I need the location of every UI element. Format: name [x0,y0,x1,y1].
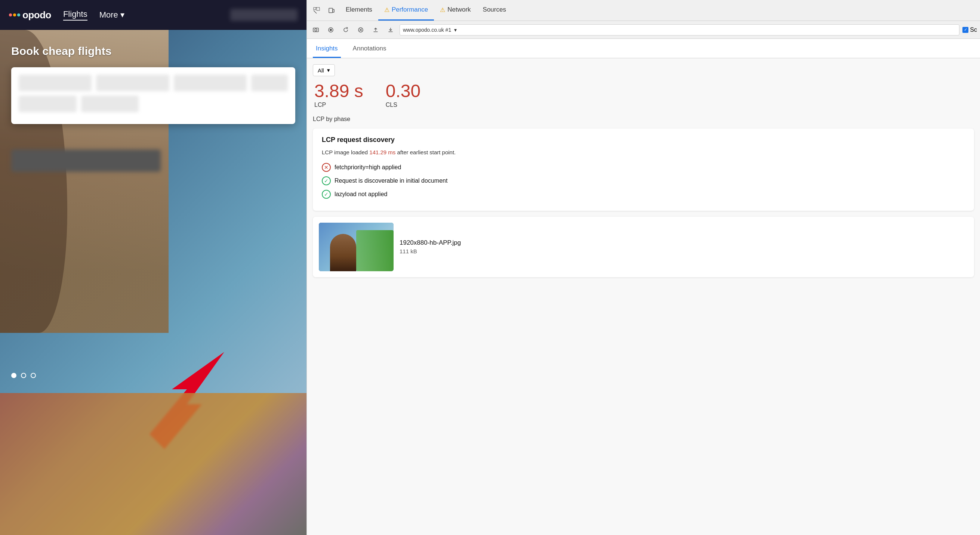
devtools-tabs: Elements ⚠ Performance ⚠ Network Sources [340,0,512,21]
lcp-highlight-ms: 141.29 ms [369,149,395,156]
tab-network-label: Network [447,6,471,13]
hero-title: Book cheap flights [11,45,111,57]
tab-performance[interactable]: ⚠ Performance [378,0,434,21]
lcp-card-description: LCP image loaded 141.29 ms after earlies… [322,148,965,157]
check-lazyload: ✓ lazyload not applied [322,190,965,199]
hero-section: Book cheap flights [0,30,307,535]
nav-more-link[interactable]: More ▾ [99,10,124,20]
logo-dot-red [9,13,12,16]
carousel-dot-3[interactable] [31,373,36,378]
devtools-second-toolbar: www.opodo.co.uk #1 ▾ ✓ Sc [307,21,980,39]
logo-dot-teal [17,13,20,16]
lcp-value: 3.89 s [314,82,363,100]
trip-type-field[interactable] [19,96,76,112]
navbar: opodo Flights More ▾ [0,0,307,30]
record-icon[interactable] [325,24,337,36]
svg-rect-2 [313,8,316,10]
origin-field[interactable] [19,75,92,91]
network-warning-icon: ⚠ [440,6,445,13]
tab-network[interactable]: ⚠ Network [434,0,477,21]
form-row-1 [19,75,288,91]
destination-field[interactable] [96,75,169,91]
carousel-dots [11,373,36,378]
nav-more-label: More [99,10,118,20]
lcp-image-thumbnail [319,223,394,271]
check-discoverable: ✓ Request is discoverable in initial doc… [322,176,965,185]
nav-right [230,9,298,21]
logo-dot-orange [13,13,16,16]
svg-line-4 [313,11,317,13]
class-field[interactable] [81,96,139,112]
screenshot-checkbox[interactable]: ✓ Sc [963,27,977,33]
screenshot-icon[interactable] [310,24,322,36]
url-display: www.opodo.co.uk #1 ▾ [399,24,959,35]
search-button-area [11,149,161,172]
logo-text: opodo [22,10,51,21]
carousel-dot-1[interactable] [11,373,16,378]
tab-sources[interactable]: Sources [477,0,512,21]
filter-row: All ▾ [313,64,974,76]
download-icon[interactable] [385,24,396,36]
form-spacer [143,96,288,112]
metrics-row: 3.89 s LCP 0.30 CLS [313,82,974,108]
nav-flights-link[interactable]: Flights [63,10,88,21]
performance-warning-icon: ⚠ [384,6,390,13]
url-dropdown[interactable]: ▾ [454,27,457,33]
insights-content: All ▾ 3.89 s LCP 0.30 CLS LCP by phase L… [307,58,980,535]
website-panel: opodo Flights More ▾ Book cheap flights [0,0,307,535]
image-size: 111 kB [399,248,461,254]
lazyload-status-icon: ✓ [322,190,331,199]
filter-arrow-icon: ▾ [327,67,330,74]
filter-dropdown[interactable]: All ▾ [313,64,335,76]
lcp-phase-label: LCP by phase [313,116,974,122]
lcp-discovery-card: LCP request discovery LCP image loaded 1… [313,129,974,211]
tab-elements[interactable]: Elements [340,0,378,21]
reload-icon[interactable] [340,24,352,36]
checkbox-checked-icon: ✓ [963,27,969,33]
dropdown-chevron-icon: ▾ [454,27,457,33]
discoverable-label: Request is discoverable in initial docum… [334,178,447,184]
carousel-dot-2[interactable] [21,373,26,378]
devtools-top-toolbar: Elements ⚠ Performance ⚠ Network Sources [307,0,980,21]
check-fetchpriority: ✕ fetchpriority=high applied [322,163,965,172]
lcp-label: LCP [314,102,363,108]
date-field[interactable] [174,75,247,91]
fetchpriority-label: fetchpriority=high applied [334,164,401,171]
search-button[interactable] [11,149,161,172]
desc-after: after earliest start point. [395,149,456,156]
svg-rect-6 [332,10,334,12]
lcp-image-card: 1920x880-hb-APP.jpg 111 kB [313,217,974,277]
nav-more-chevron-icon: ▾ [120,10,124,20]
url-text: www.opodo.co.uk #1 [403,27,451,33]
form-row-2 [19,96,288,112]
search-form [11,67,295,124]
subtab-annotations[interactable]: Annotations [350,45,390,58]
device-toggle-icon[interactable] [325,4,338,17]
svg-rect-3 [317,8,320,11]
passengers-field[interactable] [251,75,288,91]
lcp-image-info: 1920x880-hb-APP.jpg 111 kB [399,239,461,254]
cls-label: CLS [386,102,420,108]
cls-value: 0.30 [386,82,420,100]
desc-before: LCP image loaded [322,149,369,156]
lcp-metric: 3.89 s LCP [314,82,363,108]
upload-icon[interactable] [370,24,382,36]
logo: opodo [9,10,51,21]
filter-label: All [318,67,324,74]
devtools-panel: Elements ⚠ Performance ⚠ Network Sources [307,0,980,535]
tab-performance-label: Performance [392,6,428,13]
tab-elements-label: Elements [346,6,372,13]
image-filename: 1920x880-hb-APP.jpg [399,239,461,246]
cls-metric: 0.30 CLS [386,82,420,108]
svg-point-10 [330,29,332,31]
lazyload-label: lazyload not applied [334,191,387,198]
fetchpriority-status-icon: ✕ [322,163,331,172]
svg-rect-5 [329,8,332,13]
screenshot-checkbox-label: Sc [970,27,977,33]
subtab-insights[interactable]: Insights [313,45,341,58]
bottom-blur-overlay [0,393,307,535]
clear-icon[interactable] [355,24,367,36]
nav-placeholder-1 [230,9,298,21]
logo-dots [9,13,20,16]
element-picker-icon[interactable] [310,4,323,17]
